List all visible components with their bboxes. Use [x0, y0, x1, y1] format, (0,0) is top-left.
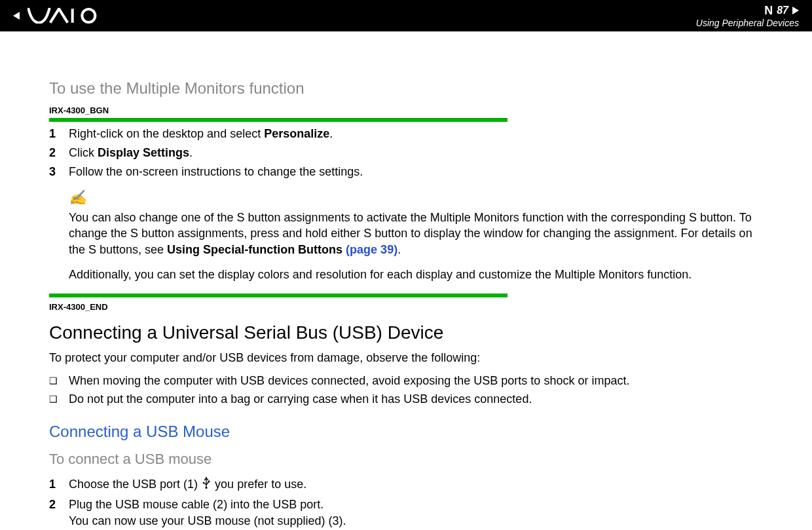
svg-rect-0	[71, 9, 74, 22]
tag-end: IRX-4300_END	[49, 301, 763, 313]
n-letter: N	[764, 4, 773, 18]
header-section-title: Using Peripheral Devices	[696, 18, 799, 28]
step-row: 2 Click Display Settings.	[49, 145, 763, 161]
arrow-left-icon	[13, 12, 20, 20]
header-left	[13, 8, 106, 24]
steps-multi-monitor: 1 Right-click on the desktop and select …	[49, 126, 763, 181]
step-text: Choose the USB port (1) you prefer to us…	[69, 476, 763, 494]
step-text: Plug the USB mouse cable (2) into the US…	[69, 497, 763, 529]
note-text: You can also change one of the S button …	[69, 210, 763, 257]
tag-begin: IRX-4300_BGN	[49, 105, 763, 117]
step-number: 1	[49, 126, 69, 142]
step-text: Right-click on the desktop and select Pe…	[69, 126, 763, 142]
svg-point-4	[206, 486, 208, 488]
step-number: 2	[49, 497, 69, 529]
bullet-row: ❑ When moving the computer with USB devi…	[49, 373, 763, 389]
header-right: N 87 Using Peripheral Devices	[696, 4, 799, 28]
page-number-row: N 87	[764, 4, 799, 18]
arrow-right-icon	[792, 7, 799, 14]
step-row: 2 Plug the USB mouse cable (2) into the …	[49, 497, 763, 529]
step-number: 1	[49, 476, 69, 494]
green-divider-top	[49, 118, 507, 122]
bullet-row: ❑ Do not put the computer into a bag or …	[49, 391, 763, 407]
step-text: Click Display Settings.	[69, 145, 763, 161]
bullet-icon: ❑	[49, 391, 69, 407]
usb-icon	[201, 476, 212, 494]
vaio-logo-icon	[28, 8, 106, 24]
bullet-text: When moving the computer with USB device…	[69, 373, 763, 389]
svg-point-1	[82, 9, 95, 22]
step-number: 2	[49, 145, 69, 161]
step-text: Follow the on-screen instructions to cha…	[69, 164, 763, 180]
subheading-multi-monitor: To use the Multiple Monitors function	[49, 77, 763, 100]
subheading-connect-mouse: To connect a USB mouse	[49, 449, 763, 470]
step-row: 1 Right-click on the desktop and select …	[49, 126, 763, 142]
heading-usb-mouse: Connecting a USB Mouse	[49, 421, 763, 443]
note-paragraph-2: Additionally, you can set the display co…	[69, 267, 763, 283]
note-icon: ✍	[69, 188, 763, 208]
page-header: N 87 Using Peripheral Devices	[0, 0, 812, 31]
usb-bullet-list: ❑ When moving the computer with USB devi…	[49, 373, 763, 407]
usb-intro: To protect your computer and/or USB devi…	[49, 350, 763, 366]
page-content: To use the Multiple Monitors function IR…	[0, 31, 812, 530]
svg-rect-3	[208, 480, 210, 482]
steps-usb-mouse: 1 Choose the USB port (1) you prefer to …	[49, 476, 763, 530]
svg-point-2	[203, 482, 205, 483]
heading-usb-device: Connecting a Universal Serial Bus (USB) …	[49, 320, 763, 345]
bullet-text: Do not put the computer into a bag or ca…	[69, 391, 763, 407]
note-block: ✍ You can also change one of the S butto…	[69, 188, 763, 257]
step-row: 3 Follow the on-screen instructions to c…	[49, 164, 763, 180]
page-link[interactable]: (page 39)	[346, 243, 397, 256]
page-number: 87	[777, 5, 788, 16]
step-row: 1 Choose the USB port (1) you prefer to …	[49, 476, 763, 494]
step-number: 3	[49, 164, 69, 180]
bullet-icon: ❑	[49, 373, 69, 389]
green-divider-bottom	[49, 293, 507, 297]
